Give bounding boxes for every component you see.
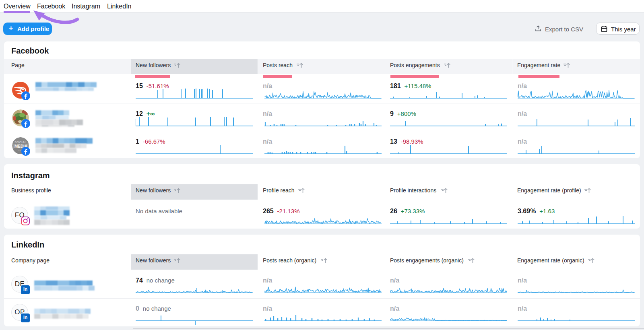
svg-text:SOCIAL: SOCIAL [14,140,27,144]
